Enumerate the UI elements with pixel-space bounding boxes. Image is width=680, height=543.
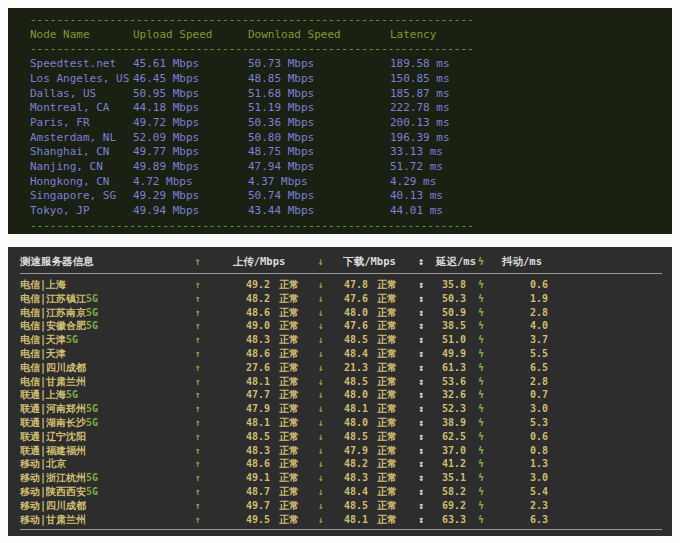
upload-speed: 52.09 Mbps	[133, 131, 248, 146]
server-name-text: 移动|陕西西安	[20, 486, 86, 497]
download-status: 正常	[368, 319, 406, 333]
lightning-icon: ϟ	[466, 471, 496, 485]
server-row: 电信|上海 ↑ 49.2 正常 ↓ 47.8 正常 ↕ 35.8 ϟ 0.6	[20, 278, 662, 292]
download-value: 48.5	[333, 430, 368, 444]
node-name: Tokyo, JP	[30, 204, 133, 219]
down-arrow-icon: ↓	[308, 278, 333, 292]
down-arrow-icon: ↓	[308, 430, 333, 444]
up-arrow-icon: ↑	[185, 278, 210, 292]
server-5g-tag: 5G	[86, 403, 98, 414]
download-speed: 50.80 Mbps	[248, 131, 390, 146]
latency-value: 53.6	[436, 375, 466, 389]
updown-arrow-icon: ↕	[406, 499, 436, 513]
upload-value: 48.6	[210, 347, 270, 361]
server-row: 移动|甘肃兰州 ↑ 49.5 正常 ↓ 48.1 正常 ↕ 63.3 ϟ 6.3	[20, 513, 662, 527]
down-arrow-icon: ↓	[308, 347, 333, 361]
china-table-rows: 电信|上海 ↑ 49.2 正常 ↓ 47.8 正常 ↕ 35.8 ϟ 0.6 电…	[20, 278, 662, 526]
speedtest-row: Los Angeles, US 46.45 Mbps 48.85 Mbps 15…	[30, 72, 666, 87]
server-name: 电信|天津	[20, 347, 185, 361]
lightning-icon: ϟ	[466, 361, 496, 375]
latency-value: 222.78 ms	[390, 101, 666, 116]
download-speed: 48.85 Mbps	[248, 72, 390, 87]
lightning-icon: ϟ	[466, 306, 496, 320]
down-arrow-icon: ↓	[308, 375, 333, 389]
updown-arrow-icon: ↕	[406, 416, 436, 430]
down-arrow-icon: ↓	[308, 499, 333, 513]
latency-value: 49.9	[436, 347, 466, 361]
upload-status: 正常	[270, 444, 308, 458]
jitter-value: 1.3	[496, 457, 548, 471]
upload-status: 正常	[270, 333, 308, 347]
updown-arrow-icon: ↕	[406, 278, 436, 292]
speedtest-row: Speedtest.net 45.61 Mbps 50.73 Mbps 189.…	[30, 57, 666, 72]
latency-value: 63.3	[436, 513, 466, 527]
up-arrow-icon: ↑	[185, 375, 210, 389]
server-name: 联通|辽宁沈阳	[20, 430, 185, 444]
download-speed: 4.37 Mbps	[248, 175, 390, 190]
download-status: 正常	[368, 485, 406, 499]
upload-speed: 49.89 Mbps	[133, 160, 248, 175]
download-status: 正常	[368, 361, 406, 375]
latency-value: 33.13 ms	[390, 145, 666, 160]
download-value: 47.8	[333, 278, 368, 292]
server-name: 电信|江苏镇江5G	[20, 292, 185, 306]
server-name: 电信|江苏南京5G	[20, 306, 185, 320]
server-row: 电信|甘肃兰州 ↑ 48.1 正常 ↓ 48.5 正常 ↕ 53.6 ϟ 2.8	[20, 375, 662, 389]
lightning-icon: ϟ	[466, 402, 496, 416]
latency-value: 185.87 ms	[390, 87, 666, 102]
column-header-node-name: Node Name	[30, 28, 133, 43]
upload-speed: 49.77 Mbps	[133, 145, 248, 160]
latency-value: 58.2	[436, 485, 466, 499]
china-table-header-row: 测速服务器信息 ↑ 上传/Mbps ↓ 下载/Mbps ↕ 延迟/ms ϟ 抖动…	[20, 253, 662, 270]
lightning-icon: ϟ	[466, 499, 496, 513]
jitter-value: 3.0	[496, 471, 548, 485]
download-status: 正常	[368, 375, 406, 389]
jitter-value: 0.6	[496, 430, 548, 444]
up-arrow-icon: ↑	[185, 416, 210, 430]
server-row: 电信|江苏南京5G ↑ 48.6 正常 ↓ 48.0 正常 ↕ 50.9 ϟ 2…	[20, 306, 662, 320]
node-name: Dallas, US	[30, 87, 133, 102]
column-header-upload: 上传/Mbps	[210, 253, 308, 270]
server-name-text: 电信|四川成都	[20, 362, 86, 373]
server-row: 电信|江苏镇江5G ↑ 48.2 正常 ↓ 47.6 正常 ↕ 50.3 ϟ 1…	[20, 292, 662, 306]
upload-speed: 49.72 Mbps	[133, 116, 248, 131]
latency-value: 200.13 ms	[390, 116, 666, 131]
server-name-text: 电信|甘肃兰州	[20, 376, 86, 387]
node-name: Shanghai, CN	[30, 145, 133, 160]
upload-value: 27.6	[210, 361, 270, 375]
download-speed: 50.36 Mbps	[248, 116, 390, 131]
down-arrow-icon: ↓	[308, 402, 333, 416]
upload-status: 正常	[270, 319, 308, 333]
latency-value: 38.9	[436, 416, 466, 430]
upload-speed: 46.45 Mbps	[133, 72, 248, 87]
column-header-download: 下载/Mbps	[333, 253, 406, 270]
server-name-text: 电信|天津	[20, 334, 66, 345]
upload-value: 49.2	[210, 278, 270, 292]
latency-value: 38.5	[436, 319, 466, 333]
up-arrow-icon: ↑	[185, 485, 210, 499]
download-value: 48.4	[333, 485, 368, 499]
server-name-text: 移动|甘肃兰州	[20, 514, 86, 525]
node-name: Amsterdam, NL	[30, 131, 133, 146]
updown-arrow-icon: ↕	[406, 471, 436, 485]
upload-status: 正常	[270, 347, 308, 361]
server-name: 联通|福建福州	[20, 444, 185, 458]
latency-value: 62.5	[436, 430, 466, 444]
server-name-text: 联通|河南郑州	[20, 403, 86, 414]
upload-status: 正常	[270, 485, 308, 499]
upload-status: 正常	[270, 499, 308, 513]
server-row: 联通|河南郑州5G ↑ 47.9 正常 ↓ 48.1 正常 ↕ 52.3 ϟ 3…	[20, 402, 662, 416]
download-value: 47.9	[333, 444, 368, 458]
download-status: 正常	[368, 444, 406, 458]
upload-status: 正常	[270, 402, 308, 416]
jitter-value: 2.8	[496, 375, 548, 389]
down-arrow-icon: ↓	[308, 253, 333, 270]
server-5g-tag: 5G	[86, 293, 98, 304]
latency-value: 44.01 ms	[390, 204, 666, 219]
server-row: 联通|上海5G ↑ 47.7 正常 ↓ 48.0 正常 ↕ 32.6 ϟ 0.7	[20, 388, 662, 402]
latency-value: 189.58 ms	[390, 57, 666, 72]
column-header-download-speed: Download Speed	[248, 28, 390, 43]
server-row: 联通|湖南长沙5G ↑ 48.1 正常 ↓ 48.0 正常 ↕ 38.9 ϟ 5…	[20, 416, 662, 430]
upload-value: 47.7	[210, 388, 270, 402]
server-row: 电信|天津 ↑ 48.6 正常 ↓ 48.4 正常 ↕ 49.9 ϟ 5.5	[20, 347, 662, 361]
